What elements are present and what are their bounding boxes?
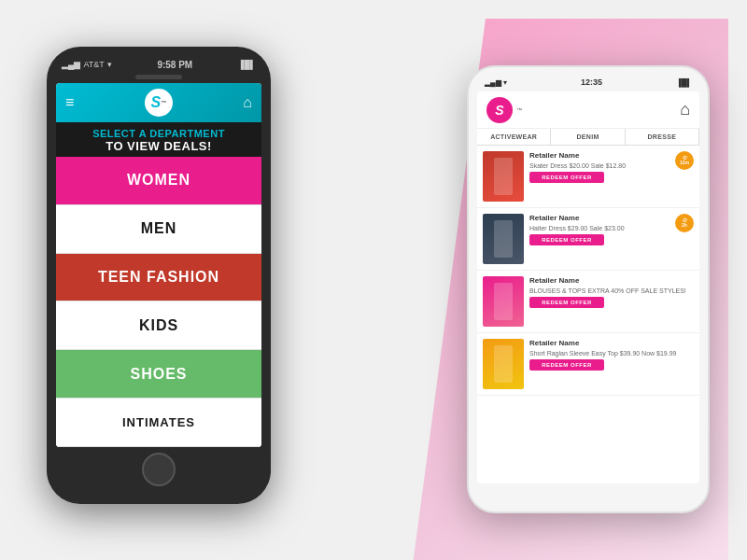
redeem-button-2[interactable]: REDEEM OFFER (529, 234, 604, 245)
dept-men-label: MEN (141, 220, 177, 237)
phone-right: ▂▄▆ ▾ 12:35 ▐█▌ S ™ ⌂ ACTIVEWEAR DENIM D… (467, 65, 710, 513)
deal-desc-3: BLOUSES & TOPS EXTRA 40% OFF SALE STYLES… (529, 287, 694, 295)
home-icon-left[interactable]: ⌂ (243, 94, 252, 111)
dept-shoes-label: SHOES (130, 366, 187, 383)
home-icon-right[interactable]: ⌂ (680, 100, 690, 119)
deal-info-4: Retailer Name Short Raglan Sleeve Easy T… (529, 339, 694, 371)
deal-info-1: Retailer Name Skater Dress $20.00 Sale $… (529, 151, 694, 183)
home-button[interactable] (142, 453, 176, 486)
tab-activewear[interactable]: ACTIVEWEAR (477, 129, 551, 145)
deal-item-1: Retailer Name Skater Dress $20.00 Sale $… (477, 146, 699, 208)
deal-item-3: Retailer Name BLOUSES & TOPS EXTRA 40% O… (477, 271, 699, 333)
logo-letter-left: S (150, 94, 161, 111)
deal-desc-4: Short Raglan Sleeve Easy Top $39.90 Now … (529, 349, 694, 357)
deal-desc-2: Halter Dress $29.00 Sale $23.00 (529, 224, 694, 232)
category-tabs: ACTIVEWEAR DENIM DRESSE (477, 129, 699, 146)
dept-teen-fashion[interactable]: TEEN FASHION (56, 254, 261, 302)
time-display-left: 9:58 PM (157, 60, 192, 70)
signal-right: ▂▄▆ ▾ (485, 78, 507, 87)
speaker-grille (135, 75, 182, 79)
deal-desc-1: Skater Dress $20.00 Sale $12.80 (529, 161, 694, 170)
dept-women-label: WOMEN (127, 172, 190, 189)
deal-figure-3 (494, 283, 513, 320)
app-logo-right-wrap: S ™ (486, 97, 522, 123)
redeem-button-1[interactable]: REDEEM OFFER (529, 172, 604, 183)
battery-left: ▐█▌ (238, 60, 256, 69)
dept-kids-label: KIDS (139, 317, 178, 334)
deal-figure-1 (494, 158, 513, 195)
time-display-right: 12:35 (581, 77, 602, 87)
carrier-info: ▂▄▆ AT&T ▾ (62, 60, 112, 69)
logo-tm-right: ™ (516, 107, 522, 113)
carrier-name: AT&T (83, 60, 104, 69)
deal-list: Retailer Name Skater Dress $20.00 Sale $… (477, 146, 699, 483)
dept-kids[interactable]: KIDS (56, 301, 261, 350)
dept-heading: SELECT A DEPARTMENT TO VIEW DEALS! (56, 122, 261, 157)
app-header-right: S ™ ⌂ (477, 91, 699, 129)
status-bar-right: ▂▄▆ ▾ 12:35 ▐█▌ (473, 75, 703, 90)
redeem-button-4[interactable]: REDEEM OFFER (529, 359, 604, 371)
battery-right: ▐█▌ (676, 78, 692, 87)
wifi-icon: ▾ (107, 60, 112, 69)
screen-right: S ™ ⌂ ACTIVEWEAR DENIM DRESSE (477, 91, 699, 483)
deal-retailer-4: Retailer Name (529, 339, 694, 347)
deal-thumb-3 (483, 276, 524, 327)
deal-retailer-2: Retailer Name (529, 214, 694, 222)
logo-letter-right: S (495, 103, 503, 118)
dept-teen-label: TEEN FASHION (98, 269, 219, 286)
deal-info-3: Retailer Name BLOUSES & TOPS EXTRA 40% O… (529, 276, 694, 308)
deal-thumb-1 (483, 151, 524, 202)
dept-men[interactable]: MEN (56, 205, 261, 254)
tab-denim[interactable]: DENIM (551, 129, 625, 145)
heading-line1: SELECT A DEPARTMENT (60, 128, 258, 139)
tab-dresses[interactable]: DRESSE (626, 129, 699, 145)
dept-intimates[interactable]: INTIMATES (56, 399, 261, 447)
status-bar-left: ▂▄▆ AT&T ▾ 9:58 PM ▐█▌ (52, 56, 265, 73)
deal-item-4: Retailer Name Short Raglan Sleeve Easy T… (477, 333, 699, 396)
logo-tm-left: ™ (161, 100, 166, 105)
deal-retailer-1: Retailer Name (529, 151, 694, 160)
app-logo-right: S (486, 97, 513, 123)
deal-figure-4 (494, 345, 513, 383)
scene: ▂▄▆ AT&T ▾ 9:58 PM ▐█▌ ≡ S™ ⌂ SELECT A D… (19, 19, 728, 541)
app-logo-left: S™ (145, 89, 173, 117)
deal-thumb-2 (483, 214, 524, 264)
dept-intimates-label: INTIMATES (122, 415, 195, 429)
screen-left: ≡ S™ ⌂ SELECT A DEPARTMENT TO VIEW DEALS… (56, 83, 261, 447)
menu-icon[interactable]: ≡ (65, 94, 74, 111)
signal-bars: ▂▄▆ (62, 60, 80, 69)
timer-badge-2: ⏱ 2h (675, 214, 694, 232)
dept-women[interactable]: WOMEN (56, 157, 261, 205)
deal-info-2: Retailer Name Halter Dress $29.00 Sale $… (529, 214, 694, 245)
redeem-button-3[interactable]: REDEEM OFFER (529, 297, 604, 308)
timer-badge-1: ⏱ 12m (675, 151, 694, 170)
app-header-left: ≡ S™ ⌂ (56, 83, 261, 122)
phone-left: ▂▄▆ AT&T ▾ 9:58 PM ▐█▌ ≡ S™ ⌂ SELECT A D… (47, 47, 271, 504)
deal-item-2: Retailer Name Halter Dress $29.00 Sale $… (477, 208, 699, 271)
deal-retailer-3: Retailer Name (529, 276, 694, 285)
department-list: WOMEN MEN TEEN FASHION KIDS SHOES INTIMA… (56, 157, 261, 447)
heading-line2: TO VIEW DEALS! (60, 139, 258, 153)
dept-shoes[interactable]: SHOES (56, 350, 261, 399)
deal-figure-2 (494, 220, 513, 258)
deal-thumb-4 (483, 339, 524, 389)
